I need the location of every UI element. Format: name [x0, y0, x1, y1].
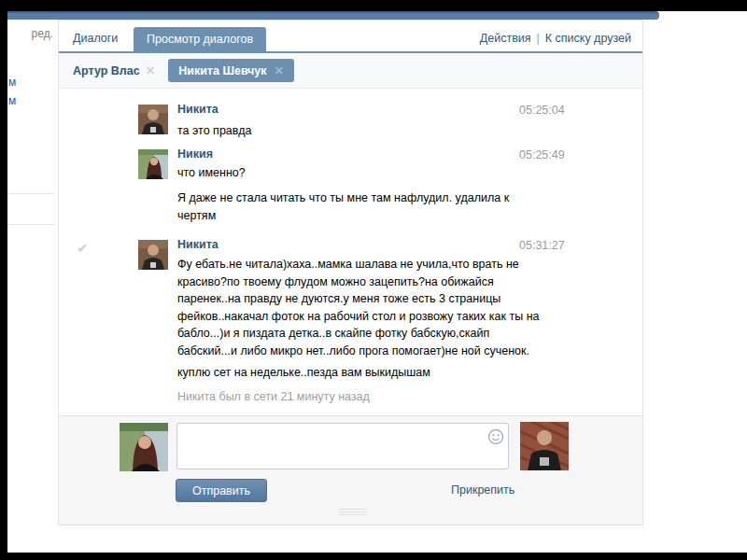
back-to-friends-link[interactable]: К списку друзей [545, 32, 631, 45]
message-text: Я даже не стала читать что ты мне там на… [177, 189, 598, 224]
last-seen-status: Никита был в сети 21 минуту назад [177, 390, 370, 403]
actions-link[interactable]: Действия [480, 32, 531, 45]
avatar-image [138, 149, 168, 179]
tab-row: Диалоги Просмотр диалогов Действия|К спи… [59, 21, 642, 51]
message-author[interactable]: Никия [177, 147, 213, 161]
message-text: что именно? [177, 164, 598, 182]
message-text: та это правда [177, 122, 598, 140]
avatar[interactable] [138, 149, 168, 179]
messages-panel: Диалоги Просмотр диалогов Действия|К спи… [58, 20, 643, 525]
message-author[interactable]: Никита [177, 238, 218, 251]
close-icon[interactable]: ✕ [146, 64, 155, 77]
message-text: Фу ебать.не читала)хаха..мамка шалава не… [177, 256, 598, 359]
filter-friend-label: Артур Влас [73, 64, 140, 77]
friend-filter-bar: Артур Влас✕ Никита Шевчук✕ [59, 53, 642, 89]
smiley-icon[interactable] [487, 428, 504, 445]
message-list: Никита 05:25:04 та это правда Никия 05:2… [59, 89, 642, 415]
tab-view-dialogs[interactable]: Просмотр диалогов [134, 27, 266, 51]
left-sidebar: ред. м м [7, 20, 58, 553]
message-time: 05:25:49 [519, 148, 565, 161]
message-time: 05:25:04 [519, 104, 565, 117]
window-frame-top [0, 0, 747, 11]
window-frame-bottom [0, 553, 747, 560]
filter-friend-artur[interactable]: Артур Влас✕ [73, 63, 155, 77]
message-time: 05:31:27 [519, 239, 565, 252]
message-text: куплю сет на недельке..пезда вам выкидыш… [177, 364, 598, 382]
resize-handle[interactable] [339, 509, 367, 517]
avatar-self[interactable] [120, 423, 168, 471]
avatar-image [520, 422, 569, 470]
attach-link[interactable]: Прикрепить [451, 483, 514, 497]
send-button[interactable]: Отправить [176, 479, 267, 502]
close-icon[interactable]: ✕ [275, 64, 284, 77]
sidebar-divider [7, 224, 54, 225]
avatar-friend[interactable] [520, 422, 569, 470]
sidebar-link-fragment[interactable]: м [8, 94, 16, 107]
header-actions: Действия|К списку друзей [480, 32, 631, 45]
vk-top-bar [7, 11, 659, 20]
read-check-icon: ✔ [77, 240, 89, 257]
message-author[interactable]: Никита [177, 103, 218, 116]
filter-friend-label: Никита Шевчук [178, 64, 266, 77]
actions-separator: | [537, 32, 540, 45]
filter-friend-nikita[interactable]: Никита Шевчук✕ [168, 59, 294, 82]
message-input[interactable] [176, 423, 509, 469]
vk-dialog-page: ред. м м Диалоги Просмотр диалогов Дейст… [0, 0, 747, 560]
sidebar-divider [7, 193, 54, 194]
avatar-image [138, 240, 168, 270]
avatar-image [138, 105, 168, 134]
window-frame-left [0, 0, 7, 560]
avatar[interactable] [138, 240, 168, 270]
avatar-image [120, 423, 168, 471]
sidebar-edit-link[interactable]: ред. [32, 27, 53, 40]
message-composer: Отправить Прикрепить [59, 415, 642, 525]
sidebar-link-fragment[interactable]: м [8, 76, 16, 89]
tab-dialogs[interactable]: Диалоги [73, 32, 118, 45]
avatar[interactable] [138, 105, 168, 134]
